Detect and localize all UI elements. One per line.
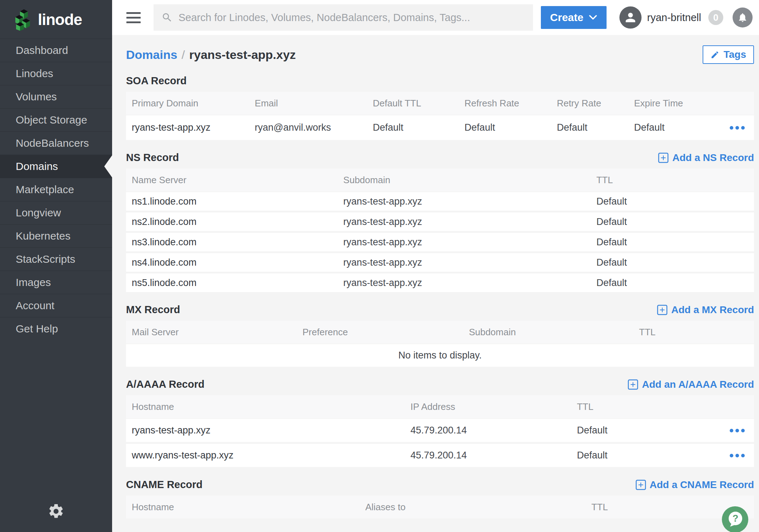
svg-text:?: ? <box>733 513 739 524</box>
notification-count-badge[interactable]: 0 <box>708 10 723 25</box>
sidebar-item-longview[interactable]: Longview <box>0 201 112 224</box>
table-cell: ryans-test-app.xyz <box>343 277 597 288</box>
settings-gear-icon[interactable] <box>47 503 65 520</box>
create-button[interactable]: Create <box>541 6 607 29</box>
ns-record-section: NS RecordAdd a NS RecordName ServerSubdo… <box>126 152 754 294</box>
sidebar-item-object-storage[interactable]: Object Storage <box>0 108 112 131</box>
sidebar-item-label: NodeBalancers <box>16 137 89 149</box>
help-button[interactable]: ? <box>722 506 748 532</box>
sidebar-item-account[interactable]: Account <box>0 294 112 317</box>
table-cell: Default <box>596 216 754 227</box>
sidebar-item-get-help[interactable]: Get Help <box>0 317 112 340</box>
sidebar-item-label: Domains <box>16 160 58 172</box>
sidebar-item-kubernetes[interactable]: Kubernetes <box>0 224 112 247</box>
table-row: ryans-test-app.xyz45.79.200.14Default <box>126 419 754 444</box>
table-cell: 45.79.200.14 <box>411 450 577 461</box>
table-header: HostnameAliases toTTL <box>126 496 754 518</box>
column-header: Default TTL <box>373 98 464 109</box>
table-cell: Default <box>596 237 754 248</box>
sidebar-item-images[interactable]: Images <box>0 271 112 294</box>
sidebar-item-label: StackScripts <box>16 253 75 265</box>
column-header: Primary Domain <box>126 98 255 109</box>
user-avatar[interactable] <box>619 6 642 29</box>
username-label[interactable]: ryan-britnell <box>647 12 702 24</box>
page-title: ryans-test-app.xyz <box>189 48 296 62</box>
row-actions-button[interactable] <box>730 429 754 432</box>
section-head: SOA Record <box>126 75 754 87</box>
add-mx-record-button[interactable]: Add a MX Record <box>657 304 754 316</box>
sidebar-item-nodebalancers[interactable]: NodeBalancers <box>0 131 112 155</box>
table-header: Mail ServerPreferenceSubdomainTTL <box>126 321 754 343</box>
table-cell: Default <box>373 122 464 133</box>
breadcrumb-separator: / <box>182 48 185 62</box>
column-header: Aliases to <box>365 502 591 513</box>
table-cell: 45.79.200.14 <box>411 425 577 436</box>
table-row: ryans-test-app.xyzryan@anvil.worksDefaul… <box>126 115 754 142</box>
section-title: A/AAAA Record <box>126 378 205 390</box>
table-cell: ryans-test-app.xyz <box>126 425 411 436</box>
linode-logo[interactable]: linode <box>0 0 112 39</box>
create-button-label: Create <box>550 11 583 24</box>
search-input[interactable] <box>179 12 525 24</box>
add-record-label: Add an A/AAAA Record <box>642 379 754 390</box>
table-header: HostnameIP AddressTTL <box>126 395 754 418</box>
column-header: Hostname <box>126 502 365 513</box>
table-cell: Default <box>464 122 557 133</box>
table-cell: ryans-test-app.xyz <box>126 122 255 133</box>
table-row: ns3.linode.comryans-test-app.xyzDefault <box>126 233 754 253</box>
a-record-section: A/AAAA RecordAdd an A/AAAA RecordHostnam… <box>126 378 754 469</box>
add-cname-record-button[interactable]: Add a CNAME Record <box>635 479 754 491</box>
table-row: ns1.linode.comryans-test-app.xyzDefault <box>126 192 754 212</box>
section-head: NS RecordAdd a NS Record <box>126 152 754 164</box>
add-ns-record-button[interactable]: Add a NS Record <box>658 152 754 164</box>
add-a-record-button[interactable]: Add an A/AAAA Record <box>628 379 754 390</box>
row-actions-button[interactable] <box>730 454 754 457</box>
sidebar-item-label: Object Storage <box>16 114 87 126</box>
plus-square-icon <box>628 379 638 390</box>
pencil-icon <box>710 50 719 59</box>
hamburger-menu-icon[interactable] <box>126 12 141 23</box>
section-title: SOA Record <box>126 75 187 87</box>
add-record-label: Add a MX Record <box>671 304 754 316</box>
column-header: Refresh Rate <box>464 98 557 109</box>
sidebar-nav: DashboardLinodesVolumesObject StorageNod… <box>0 39 112 340</box>
column-header: Subdomain <box>469 327 639 338</box>
bell-icon <box>737 12 748 23</box>
tags-button[interactable]: Tags <box>703 45 754 64</box>
person-icon <box>623 10 638 25</box>
sidebar-item-volumes[interactable]: Volumes <box>0 85 112 108</box>
sidebar-item-domains[interactable]: Domains <box>0 155 112 178</box>
sidebar-item-dashboard[interactable]: Dashboard <box>0 39 112 62</box>
sidebar-item-linodes[interactable]: Linodes <box>0 62 112 85</box>
breadcrumb-domains-link[interactable]: Domains <box>126 48 177 62</box>
empty-table-message: No items to display. <box>126 344 754 368</box>
table-header: Name ServerSubdomainTTL <box>126 169 754 191</box>
notifications-button[interactable] <box>733 7 753 27</box>
mx-record-section: MX RecordAdd a MX RecordMail ServerPrefe… <box>126 304 754 368</box>
row-actions-button[interactable] <box>730 126 754 130</box>
table-cell: Default <box>596 196 754 207</box>
global-search <box>154 4 533 31</box>
add-record-label: Add a NS Record <box>672 152 754 164</box>
chevron-down-icon <box>589 15 597 20</box>
table-header: Primary DomainEmailDefault TTLRefresh Ra… <box>126 92 754 115</box>
plus-square-icon <box>657 305 668 315</box>
table-row: ns4.linode.comryans-test-app.xyzDefault <box>126 253 754 273</box>
column-header: Mail Server <box>126 327 302 338</box>
section-title: NS Record <box>126 152 179 164</box>
sidebar-item-stackscripts[interactable]: StackScripts <box>0 247 112 271</box>
table-cell: ns3.linode.com <box>126 237 343 248</box>
sidebar: linode DashboardLinodesVolumesObject Sto… <box>0 0 112 532</box>
table-cell: ryans-test-app.xyz <box>343 216 597 227</box>
help-bubble-icon: ? <box>722 506 748 532</box>
table-cell: ns5.linode.com <box>126 277 343 288</box>
table-cell: ns4.linode.com <box>126 257 343 268</box>
soa-record-section: SOA RecordPrimary DomainEmailDefault TTL… <box>126 75 754 142</box>
column-header: Name Server <box>126 175 343 186</box>
table-cell: Default <box>577 425 703 436</box>
logo-wordmark: linode <box>38 11 82 29</box>
sidebar-item-marketplace[interactable]: Marketplace <box>0 178 112 201</box>
breadcrumb: Domains / ryans-test-app.xyz <box>126 48 296 62</box>
tags-button-label: Tags <box>724 49 746 60</box>
table-cell: Default <box>596 257 754 268</box>
